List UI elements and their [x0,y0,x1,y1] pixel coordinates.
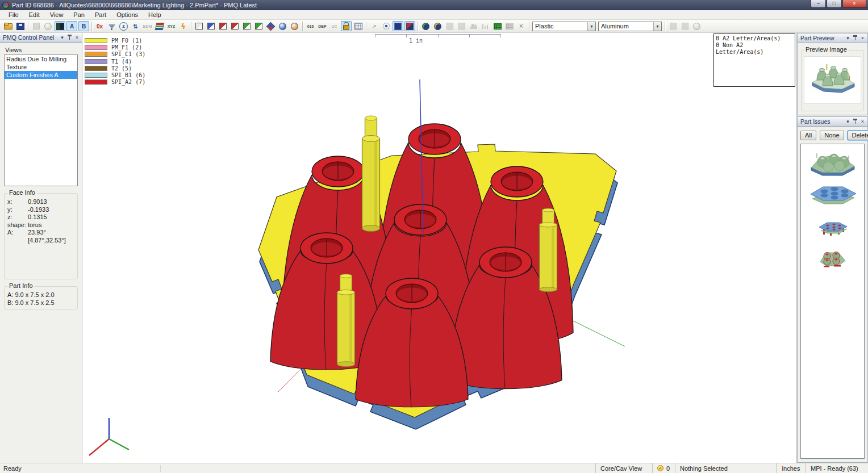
all-button[interactable]: All [800,131,816,140]
tool-c-button[interactable] [691,21,702,31]
panel-menu-icon[interactable]: ▾ [845,35,851,41]
cav-cube-a-button[interactable] [241,21,252,31]
close-icon[interactable]: × [859,119,866,124]
delete-x-button[interactable]: × [516,21,527,31]
right-sidebar: Part Preview ▾ × Preview Image [796,33,868,463]
preview-button[interactable] [43,21,53,31]
table-green-button[interactable] [492,21,503,31]
lock-toggle[interactable] [341,21,352,31]
berry-b-button[interactable] [432,21,443,31]
dep-toggle[interactable]: DEP [317,21,328,31]
pin-1[interactable] [362,116,380,232]
view-cube-blue-button[interactable] [206,21,216,31]
menu-pan[interactable]: Pan [68,11,90,19]
face-info-group: Face Info x:0.9013y:-0.1933z:0.1315shape… [4,193,78,279]
people-button[interactable] [468,21,479,31]
xyz-button[interactable]: XYZ [166,21,177,31]
grid-button[interactable] [353,21,364,31]
close-icon[interactable]: × [74,35,80,40]
o16-toggle[interactable]: 016 [305,21,316,31]
issue-thumbnail-1[interactable] [808,151,857,177]
legend-row: SPI_A2 (7) [85,79,145,86]
viewport-3d[interactable]: PM_F0 (1)PM_F1 (2)SPI_C1 (3)T1 (4)T2 (5)… [82,33,796,463]
finish-a-toggle[interactable]: A [66,21,77,31]
view-item[interactable]: Custom Finishes A [5,71,77,79]
stop-b-button[interactable] [456,21,467,31]
status-check-cell[interactable]: ✓ 0 [652,463,675,473]
core-cube-b-button[interactable] [229,21,240,31]
filter-button[interactable] [106,21,117,31]
panel-menu-icon[interactable]: ▾ [59,35,65,40]
views-label: Views [5,47,78,53]
cav-cube-b-button[interactable] [253,21,264,31]
edm-button[interactable]: EDM [142,21,153,31]
pin-icon[interactable] [852,119,858,125]
issue-thumbnail-2[interactable] [807,182,858,207]
rotate-z-button[interactable]: z [118,21,129,31]
menu-part[interactable]: Part [90,11,111,19]
material-plastic-select[interactable]: Plastic▾ [532,22,596,31]
diamond-view-button[interactable] [265,21,276,31]
menu-view[interactable]: View [45,11,69,19]
close-icon[interactable]: × [859,35,866,41]
berry-a-button[interactable] [420,21,431,31]
menu-edit[interactable]: Edit [24,11,45,19]
status-core-cav-view[interactable]: Core/Cav View [595,463,652,473]
stop-a-button[interactable] [444,21,455,31]
tool-b-button[interactable] [679,21,690,31]
maximize-button[interactable]: □ [827,0,842,8]
contrast-toggle[interactable] [55,21,65,31]
pin-3[interactable] [337,274,355,367]
delete-button[interactable]: Delete [848,131,868,140]
pin-icon[interactable] [852,35,858,41]
status-selection: Nothing Selected [675,463,776,473]
model-3d[interactable] [82,33,796,463]
zero-x-button[interactable]: 0x [94,21,105,31]
pin-icon[interactable] [66,35,73,41]
none-button[interactable]: None [820,131,844,140]
core-cube-a-button[interactable] [218,21,228,31]
chart-button[interactable] [480,21,491,31]
status-units[interactable]: inches [776,463,806,473]
material-view-button[interactable] [289,21,300,31]
shaded-view-button[interactable] [277,21,288,31]
layers-button[interactable] [154,21,165,31]
menu-bar: FileEditViewPanPartOptionsHelp [0,10,868,20]
status-mpi: MPI - Ready (63) [806,463,868,473]
legend-swatch [85,38,107,43]
close-button[interactable]: × [842,0,866,8]
tool-a-button[interactable] [667,21,678,31]
pin-2[interactable] [540,208,557,292]
open-button[interactable] [3,21,14,31]
legend-swatch [85,45,107,50]
view-item[interactable]: Radius Due To Milling [5,55,77,63]
chevron-down-icon[interactable]: ▾ [587,22,595,31]
face-info-row: A:23.93° [7,229,74,237]
toolbar-separator [28,22,28,31]
issue-thumbnail-3[interactable] [816,219,849,237]
sort-ab-button[interactable]: ⇅ [130,21,141,31]
jump-arrow-button[interactable]: ↗ [369,21,379,31]
save-button[interactable] [15,21,26,31]
view-cube-button[interactable] [194,21,205,31]
view-item[interactable]: Texture [5,63,77,71]
menu-help[interactable]: Help [143,11,166,19]
uc-toggle[interactable]: UC [329,21,340,31]
minimize-button[interactable]: – [811,0,826,8]
table-gray-button[interactable] [504,21,515,31]
menu-options[interactable]: Options [111,11,143,19]
panel-menu-icon[interactable]: ▾ [845,119,851,124]
select-rect-toggle[interactable] [393,21,403,31]
material-metal-select[interactable]: Aluminum▾ [598,22,662,31]
menu-file[interactable]: File [3,11,24,19]
select-circle-button[interactable] [381,21,391,31]
title-bar: Part ID 668686 - AllQuotes\668000\668686… [0,0,868,10]
legend-swatch [85,52,107,57]
issue-thumbnail-4[interactable] [818,248,848,270]
regen-button[interactable]: ϟ [178,21,189,31]
print-button[interactable] [31,21,41,31]
finish-b-toggle[interactable]: B [78,21,89,31]
chevron-down-icon[interactable]: ▾ [653,22,661,31]
status-ready: Ready [0,465,161,472]
select-split-toggle[interactable] [404,21,415,31]
